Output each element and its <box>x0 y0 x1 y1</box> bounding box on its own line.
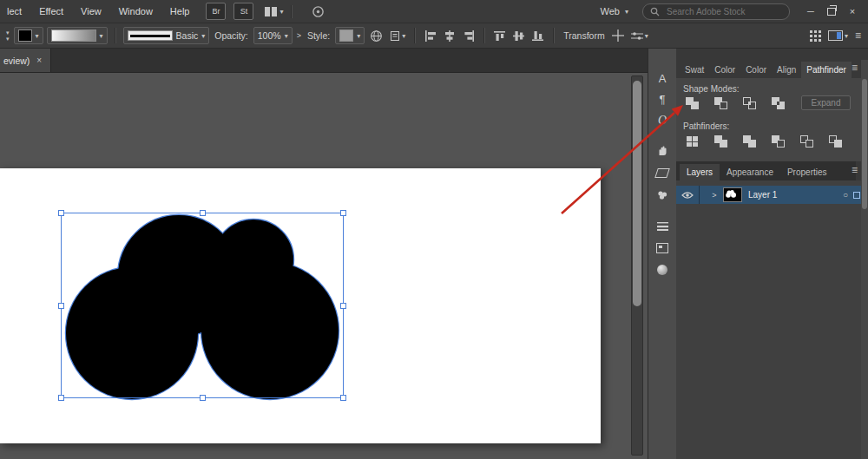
selection-handle[interactable] <box>340 210 346 216</box>
opacity-value: 100% <box>258 30 281 41</box>
align-right-icon <box>463 30 475 42</box>
intersect-button[interactable] <box>741 96 761 111</box>
selection-handle[interactable] <box>200 210 206 216</box>
tab-color[interactable]: Color <box>709 62 740 78</box>
selection-handle[interactable] <box>58 303 64 309</box>
merge-button[interactable] <box>741 134 761 149</box>
menu-select[interactable]: lect <box>5 0 30 23</box>
menu-window[interactable]: Window <box>110 0 161 23</box>
application-grid-button[interactable] <box>810 30 821 42</box>
document-setup-button[interactable]: ▾ <box>390 30 405 42</box>
stock-button[interactable]: St <box>233 3 253 20</box>
selection-handle[interactable] <box>340 395 346 401</box>
free-transform-button[interactable] <box>612 30 624 42</box>
expand-layer-chevron[interactable]: > <box>707 191 721 200</box>
grid-icon <box>810 30 821 42</box>
opacity-panel-arrow[interactable]: > <box>297 31 301 40</box>
workspace-switcher[interactable]: Web ▾ <box>601 6 628 16</box>
menu-view[interactable]: View <box>72 0 110 23</box>
selection-handle[interactable] <box>58 210 64 216</box>
tab-close-icon[interactable]: × <box>36 56 42 65</box>
panel-collapse-arrows[interactable]: ▾▾ <box>6 30 10 42</box>
scrollbar-thumb[interactable] <box>862 79 867 209</box>
symbols-panel-button[interactable] <box>648 185 676 206</box>
separator <box>291 5 293 18</box>
align-middle-button[interactable] <box>513 30 525 42</box>
align-bottom-button[interactable] <box>532 30 544 42</box>
expand-button[interactable]: Expand <box>801 95 851 110</box>
document-tab[interactable]: eview) × <box>0 49 51 72</box>
selection-handle[interactable] <box>340 303 346 309</box>
chevron-down-icon: ▾ <box>402 32 405 40</box>
close-button[interactable]: × <box>842 6 863 16</box>
minus-back-button[interactable] <box>827 134 847 149</box>
stroke-panel-button[interactable] <box>648 216 676 237</box>
menu-effect[interactable]: Effect <box>30 0 72 23</box>
canvas-vertical-scrollbar[interactable] <box>631 75 643 456</box>
bridge-button[interactable]: Br <box>206 3 226 20</box>
trim-button[interactable] <box>713 134 733 149</box>
tab-swatches[interactable]: Swat <box>680 62 709 78</box>
minus-front-button[interactable] <box>713 96 733 111</box>
transform-panel-button[interactable] <box>648 162 676 183</box>
selection-handle[interactable] <box>200 395 206 401</box>
search-input[interactable] <box>665 6 782 17</box>
divide-button[interactable] <box>684 134 704 149</box>
crop-button[interactable] <box>770 134 790 149</box>
touch-panel-button[interactable] <box>648 140 676 161</box>
opentype-panel-button[interactable]: O <box>648 110 676 131</box>
character-panel-button[interactable]: A <box>648 68 676 89</box>
minimize-button[interactable]: ─ <box>800 6 821 16</box>
menu-help[interactable]: Help <box>161 0 199 23</box>
exclude-button[interactable] <box>770 96 790 111</box>
paragraph-panel-button[interactable]: ¶ <box>648 89 676 109</box>
artboards-panel-button[interactable] <box>648 238 676 259</box>
chevron-down-icon: ▾ <box>36 32 39 40</box>
outline-button[interactable] <box>799 134 819 149</box>
stroke-color-dropdown[interactable]: ▾ <box>47 27 108 44</box>
panel-menu-icon[interactable]: ≡ <box>852 62 858 73</box>
control-bar: ▾▾ ▾ ▾ Basic ▾ Opacity: 100% ▾ > Style: … <box>0 23 868 49</box>
separator <box>414 28 416 43</box>
selection-bounding-box[interactable] <box>61 213 344 398</box>
layer-name[interactable]: Layer 1 <box>748 190 777 200</box>
visibility-toggle[interactable] <box>676 186 700 204</box>
transform-options-button[interactable]: ▾ <box>631 31 648 41</box>
controlbar-menu-button[interactable]: ≡ <box>855 30 861 42</box>
eye-icon <box>681 191 694 200</box>
align-center-icon <box>444 30 456 42</box>
opacity-dropdown[interactable]: 100% ▾ <box>253 27 293 44</box>
tab-pathfinder[interactable]: Pathfinder <box>801 62 852 78</box>
align-left-button[interactable] <box>424 30 437 42</box>
style-dropdown[interactable]: ▾ <box>335 27 365 44</box>
panel-dock-layout-button[interactable]: ▾ <box>828 30 848 41</box>
tab-align[interactable]: Align <box>772 62 801 78</box>
tab-properties[interactable]: Properties <box>780 164 834 180</box>
restore-button[interactable] <box>821 6 842 16</box>
unite-button[interactable] <box>684 96 704 111</box>
search-adobe-stock[interactable] <box>642 3 790 20</box>
selection-handle[interactable] <box>58 395 64 401</box>
panel-scrollbar[interactable] <box>861 60 868 459</box>
recolor-artwork-button[interactable] <box>370 30 383 43</box>
fill-color-dropdown[interactable]: ▾ <box>14 27 43 44</box>
layer-row[interactable]: > Layer 1 ○ <box>676 186 868 204</box>
tab-color-guide[interactable]: Color <box>740 62 772 78</box>
gradient-panel-button[interactable] <box>648 259 676 280</box>
rotate-view-button[interactable] <box>312 5 325 18</box>
tab-layers[interactable]: Layers <box>680 164 720 180</box>
align-top-button[interactable] <box>494 30 506 42</box>
layer-selection-chip[interactable] <box>853 192 860 199</box>
brush-definition-dropdown[interactable]: Basic ▾ <box>123 27 210 44</box>
arrange-documents-button[interactable]: ▾ <box>265 7 283 16</box>
align-center-button[interactable] <box>444 30 456 42</box>
scrollbar-thumb[interactable] <box>633 81 641 306</box>
align-right-button[interactable] <box>463 30 475 42</box>
layer-thumbnail[interactable] <box>723 187 742 202</box>
brush-preview-icon <box>128 30 173 41</box>
chevron-down-icon: ▾ <box>201 32 205 40</box>
layer-target-icon[interactable]: ○ <box>843 190 848 200</box>
layers-menu-icon[interactable]: ≡ <box>852 165 858 175</box>
tab-appearance[interactable]: Appearance <box>720 164 780 180</box>
separator <box>115 28 116 43</box>
